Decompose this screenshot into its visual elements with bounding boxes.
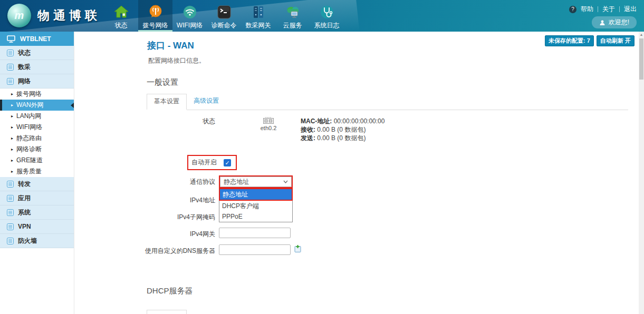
ipv4-address-row: IPv4地址 (74, 194, 639, 205)
mac-line: MAC-地址: 00:00:00:00:00:00 (301, 117, 385, 125)
wifi-icon (181, 4, 198, 21)
annotation-box-autostart: 自动开启 ✓ (187, 155, 237, 170)
sidebar-item-network[interactable]: 网络 (0, 74, 74, 89)
about-link[interactable]: 关于 (602, 5, 615, 14)
dropdown-option-pppoe[interactable]: PPPoE (219, 211, 292, 222)
tab-basic-settings[interactable]: 基本设置 (147, 94, 187, 110)
autorefresh-button[interactable]: 自动刷新 开 (597, 35, 635, 46)
sidebar-item-label: 状态 (18, 48, 31, 57)
nav-label: 云服务 (283, 22, 302, 29)
sidebar-subitem-dial-network[interactable]: ▸ 拨号网络 (0, 89, 74, 100)
sidebar-item-data-collect[interactable]: 数采 (0, 60, 74, 74)
nav-status[interactable]: 状态 (104, 0, 138, 32)
tab-advanced-settings[interactable]: 高级设置 (187, 94, 226, 110)
annotation-box-highlighted-option: 静态地址 (219, 188, 293, 201)
user-icon (599, 19, 605, 26)
autostart-checkbox[interactable]: ✓ (224, 159, 231, 166)
terminal-icon (216, 4, 233, 21)
logout-link[interactable]: 退出 (624, 5, 637, 14)
sidebar-subitem-lan[interactable]: ▸ LAN内网 (0, 111, 74, 122)
netmask-label: IPv4子网掩码 (74, 211, 215, 222)
sidebar-item-label: 转发 (18, 180, 31, 189)
main-content: 未保存的配置: 7 自动刷新 开 接口 - WAN 配置网络接口信息。 一般设置… (74, 32, 639, 314)
sidebar-subitem-static-route[interactable]: ▸ 静态路由 (0, 133, 74, 144)
protocol-selected-value: 静态地址 (224, 178, 249, 187)
list-icon (7, 78, 14, 85)
sidebar-item-forward[interactable]: 转发 (0, 177, 74, 191)
sidebar-item-label: VPN (18, 223, 31, 230)
list-icon (7, 195, 14, 202)
content-toolbar: 未保存的配置: 7 自动刷新 开 (545, 35, 635, 46)
help-icon: ? (569, 6, 576, 13)
page-subtitle: 配置网络接口信息。 (148, 56, 639, 65)
submenu-arrow-icon: ▸ (11, 159, 13, 163)
sidebar-item-system[interactable]: 系统 (0, 205, 74, 220)
gateway-label: IPv4网关 (74, 228, 215, 239)
submenu-arrow-icon: ▸ (11, 114, 13, 119)
logo-sphere-icon: m (7, 4, 31, 27)
protocol-select[interactable]: 静态地址 (220, 176, 292, 187)
sidebar-subitem-qos[interactable]: ▸ 服务质量 (0, 166, 74, 177)
dropdown-option-static[interactable]: 静态地址 (220, 189, 292, 200)
add-entry-icon[interactable] (294, 244, 302, 252)
sidebar-subitem-label: GRE隧道 (16, 156, 43, 165)
sidebar-subitem-label: WAN外网 (16, 101, 44, 110)
unsaved-config-button[interactable]: 未保存的配置: 7 (545, 35, 594, 46)
general-section-title: 一般设置 (147, 77, 639, 87)
sidebar-item-label: 应用 (18, 194, 31, 203)
welcome-label: 欢迎您! (609, 18, 629, 27)
nav-label: 拨号网络 (143, 22, 168, 29)
dns-ctrl (219, 244, 302, 255)
vertical-scrollbar[interactable]: ▲ (639, 32, 644, 314)
dhcp-tab-basic-settings[interactable]: 基本设置 (147, 310, 187, 314)
status-info: MAC-地址: 00:00:00:00:00:00 接收: 0.00 B (0 … (301, 117, 385, 142)
general-tab-bar: 基本设置 高级设置 (147, 94, 628, 110)
sidebar-item-label: 系统 (18, 208, 31, 217)
top-header: m 物通博联 状态 拨号网络 WIFI网络 诊断命令 数采网关 (0, 0, 644, 32)
sidebar-item-status[interactable]: 状态 (0, 46, 74, 60)
nav-label: WIFI网络 (177, 22, 203, 29)
sidebar-item-vpn[interactable]: VPN (0, 220, 74, 234)
nav-system-log[interactable]: 系统日志 (310, 0, 344, 32)
sidebar-subitem-label: LAN内网 (16, 112, 41, 121)
dns-label: 使用自定义的DNS服务器 (74, 244, 215, 256)
netmask-row: IPv4子网掩码 (74, 211, 639, 222)
nav-label: 系统日志 (314, 22, 340, 29)
sidebar-item-label: 数采 (18, 63, 31, 72)
gateway-input[interactable] (219, 228, 291, 238)
dns-input[interactable] (219, 244, 291, 255)
dhcp-tab-bar: 基本设置 (147, 310, 628, 314)
welcome-button[interactable]: 欢迎您! (592, 16, 637, 28)
submenu-arrow-icon: ▸ (11, 148, 13, 152)
tx-value: 0.00 B (0 数据包) (317, 134, 366, 142)
sidebar-subitem-gre-tunnel[interactable]: ▸ GRE隧道 (0, 155, 74, 166)
sidebar-item-application[interactable]: 应用 (0, 191, 74, 205)
scrollbar-thumb[interactable] (639, 38, 643, 80)
sidebar-subitem-wifi[interactable]: ▸ WIFI网络 (0, 122, 74, 133)
sidebar-item-firewall[interactable]: 防火墙 (0, 234, 74, 248)
nav-diagnostic-command[interactable]: 诊断命令 (207, 0, 241, 32)
gateway-icon (250, 4, 267, 21)
help-link[interactable]: 帮助 (581, 5, 593, 14)
ipv4-address-label: IPv4地址 (74, 194, 215, 205)
sidebar-subitem-label: 静态路由 (16, 134, 42, 143)
sidebar-subitem-wan[interactable]: ▸ WAN外网 (0, 100, 74, 111)
nav-wifi-network[interactable]: WIFI网络 (172, 0, 207, 32)
cloud-service-icon (284, 4, 301, 21)
sidebar-header: WTBLNET (0, 32, 74, 46)
app-root: m 物通博联 状态 拨号网络 WIFI网络 诊断命令 数采网关 (0, 0, 644, 314)
mac-value: 00:00:00:00:00:00 (334, 117, 385, 125)
protocol-row: 通信协议 静态地址 静态地址 DHCP客户端 PPPoE (74, 175, 639, 188)
ethernet-icon (263, 117, 274, 124)
sidebar-subitem-network-diagnosis[interactable]: ▸ 网络诊断 (0, 144, 74, 155)
dns-row: 使用自定义的DNS服务器 (74, 244, 639, 256)
dropdown-option-dhcp[interactable]: DHCP客户端 (219, 201, 292, 211)
list-icon (7, 181, 14, 188)
scrollbar-up-arrow[interactable]: ▲ (639, 32, 644, 37)
nav-data-gateway[interactable]: 数采网关 (241, 0, 275, 32)
sidebar-subitem-label: 服务质量 (16, 167, 42, 176)
gateway-row: IPv4网关 (74, 228, 639, 239)
nav-cloud-service[interactable]: 云服务 (275, 0, 310, 32)
gateway-ctrl (219, 228, 291, 238)
nav-dial-network[interactable]: 拨号网络 (138, 0, 172, 32)
